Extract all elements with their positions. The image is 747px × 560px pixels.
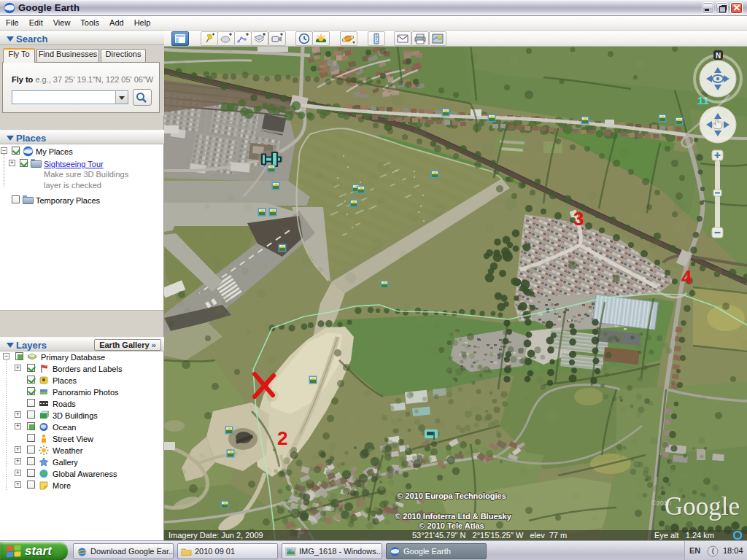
svg-text:© 2010 Europa Technologies: © 2010 Europa Technologies [397, 491, 506, 500]
svg-text:3: 3 [573, 208, 584, 230]
svg-text:N: N [716, 52, 721, 60]
svg-text:© 2010 Tele Atlas: © 2010 Tele Atlas [419, 521, 484, 530]
svg-text:2: 2 [277, 427, 287, 449]
svg-text:Google: Google [665, 492, 740, 521]
svg-text:4: 4 [681, 266, 692, 288]
svg-text:© 2010 Infoterra Ltd & Bluesky: © 2010 Infoterra Ltd & Bluesky [395, 512, 512, 521]
